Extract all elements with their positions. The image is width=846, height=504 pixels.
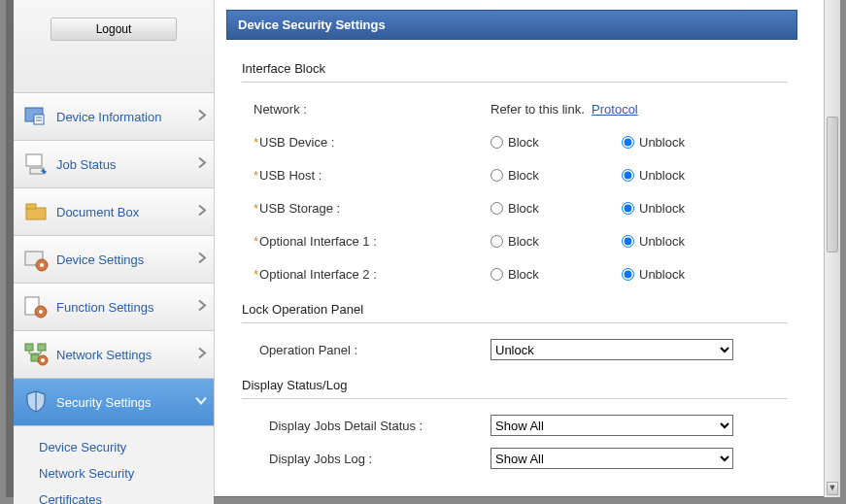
- label-usb-host: USB Host :: [259, 168, 321, 183]
- divider: [242, 82, 788, 83]
- device-settings-icon: [21, 245, 51, 274]
- chevron-right-icon: [196, 204, 208, 220]
- shield-icon: [21, 387, 51, 417]
- chevron-down-icon: [194, 395, 208, 410]
- logout-button[interactable]: Logout: [51, 17, 177, 41]
- radio-input[interactable]: [622, 202, 634, 215]
- radio-optional-1-block[interactable]: Block: [491, 234, 622, 249]
- label-display-detail: Display Jobs Detail Status :: [248, 419, 491, 433]
- sidebar-item-network-settings[interactable]: Network Settings: [14, 331, 214, 379]
- select-display-detail[interactable]: Show All: [491, 415, 733, 436]
- logout-panel: Logout: [14, 0, 214, 93]
- radio-input[interactable]: [491, 268, 503, 281]
- radio-usb-host-unblock[interactable]: Unblock: [622, 168, 685, 183]
- row-usb-host: *USB Host : Block Unblock: [248, 158, 782, 191]
- main-content: Device Security Settings Interface Block…: [215, 0, 831, 496]
- sidebar-item-device-info[interactable]: Device Information: [14, 93, 214, 141]
- chevron-right-icon: [196, 347, 208, 363]
- sidebar-item-label: Function Settings: [56, 300, 153, 315]
- sidebar: Logout Device Information Job Status: [14, 0, 215, 496]
- label-optional-2: Optional Interface 2 :: [259, 267, 377, 282]
- svg-rect-4: [26, 154, 42, 166]
- label-optional-1: Optional Interface 1 :: [259, 234, 377, 249]
- divider: [242, 322, 788, 323]
- radio-input[interactable]: [622, 169, 634, 182]
- radio-usb-storage-block[interactable]: Block: [491, 201, 622, 216]
- radio-usb-storage-unblock[interactable]: Unblock: [622, 201, 685, 216]
- label-display-log: Display Jobs Log :: [248, 452, 491, 466]
- radio-optional-2-block[interactable]: Block: [491, 267, 622, 282]
- scrollbar-thumb[interactable]: [827, 117, 838, 252]
- radio-input[interactable]: [491, 136, 503, 149]
- row-usb-storage: *USB Storage : Block Unblock: [248, 191, 782, 224]
- vertical-scrollbar[interactable]: ▼: [824, 0, 840, 497]
- divider: [242, 398, 788, 399]
- radio-input[interactable]: [491, 169, 503, 182]
- svg-rect-1: [34, 115, 44, 124]
- sub-item-device-security[interactable]: Device Security: [14, 434, 214, 460]
- radio-usb-device-block[interactable]: Block: [491, 135, 622, 150]
- radio-input[interactable]: [491, 202, 503, 215]
- svg-rect-7: [26, 204, 36, 209]
- row-display-log: Display Jobs Log : Show All: [248, 442, 782, 475]
- row-operation-panel: Operation Panel : Unlock: [248, 333, 782, 366]
- network-settings-icon: [21, 340, 51, 369]
- sidebar-item-document-box[interactable]: Document Box: [14, 188, 214, 236]
- select-operation-panel[interactable]: Unlock: [491, 339, 733, 360]
- sub-item-certificates[interactable]: Certificates: [14, 487, 214, 504]
- svg-point-18: [41, 358, 45, 362]
- chevron-right-icon: [196, 299, 208, 316]
- chevron-right-icon: [196, 252, 208, 268]
- section-lock-panel-title: Lock Operation Panel: [242, 302, 782, 317]
- sidebar-item-function-settings[interactable]: Function Settings: [14, 284, 214, 331]
- chevron-right-icon: [196, 109, 208, 125]
- sidebar-item-job-status[interactable]: Job Status: [14, 141, 214, 188]
- row-display-detail: Display Jobs Detail Status : Show All: [248, 409, 782, 442]
- sidebar-item-label: Document Box: [56, 205, 139, 219]
- sidebar-item-label: Job Status: [56, 157, 116, 172]
- row-optional-1: *Optional Interface 1 : Block Unblock: [248, 224, 782, 257]
- sidebar-item-security-settings[interactable]: Security Settings: [14, 379, 214, 426]
- job-status-icon: [21, 150, 51, 179]
- radio-usb-host-block[interactable]: Block: [491, 168, 622, 183]
- row-usb-device: *USB Device : Block Unblock: [248, 125, 782, 158]
- sidebar-item-device-settings[interactable]: Device Settings: [14, 236, 214, 284]
- select-display-log[interactable]: Show All: [491, 448, 733, 469]
- svg-rect-6: [26, 208, 46, 219]
- radio-input[interactable]: [622, 235, 634, 248]
- sidebar-item-label: Device Information: [56, 110, 161, 124]
- radio-optional-2-unblock[interactable]: Unblock: [622, 267, 685, 282]
- function-settings-icon: [21, 292, 51, 321]
- sidebar-item-label: Network Settings: [56, 348, 152, 362]
- section-display-status-title: Display Status/Log: [242, 378, 782, 392]
- sidebar-sub-items: Device Security Network Security Certifi…: [14, 426, 214, 504]
- row-network: Network : Refer to this link. Protocol: [248, 92, 782, 125]
- label-network: Network :: [248, 102, 491, 117]
- sidebar-item-label: Device Settings: [56, 252, 144, 267]
- sidebar-item-label: Security Settings: [56, 395, 152, 410]
- radio-input[interactable]: [622, 268, 634, 281]
- chevron-right-icon: [196, 156, 208, 173]
- svg-rect-15: [38, 344, 46, 351]
- page-title: Device Security Settings: [226, 10, 797, 40]
- svg-point-13: [39, 310, 43, 314]
- section-interface-block-title: Interface Block: [242, 61, 782, 76]
- radio-input[interactable]: [491, 235, 503, 248]
- radio-input[interactable]: [622, 136, 634, 149]
- row-optional-2: *Optional Interface 2 : Block Unblock: [248, 257, 782, 290]
- sub-item-network-security[interactable]: Network Security: [14, 460, 214, 487]
- radio-optional-1-unblock[interactable]: Unblock: [622, 234, 685, 249]
- network-note: Refer to this link.: [491, 102, 585, 117]
- device-info-icon: [21, 102, 51, 131]
- document-box-icon: [21, 197, 51, 226]
- radio-usb-device-unblock[interactable]: Unblock: [622, 135, 685, 150]
- label-operation-panel: Operation Panel :: [248, 343, 491, 357]
- scrollbar-down-button[interactable]: ▼: [827, 482, 838, 495]
- label-usb-device: USB Device :: [259, 135, 334, 150]
- svg-point-10: [40, 263, 44, 267]
- protocol-link[interactable]: Protocol: [592, 102, 638, 117]
- svg-rect-14: [25, 344, 33, 351]
- label-usb-storage: USB Storage :: [259, 201, 340, 216]
